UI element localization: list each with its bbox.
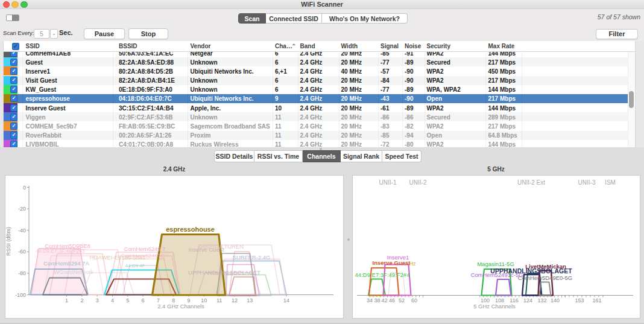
svg-text:38: 38 [374, 297, 380, 303]
svg-text:46: 46 [389, 297, 395, 303]
svg-text:UNII-1: UNII-1 [379, 179, 397, 186]
svg-text:UNII-3: UNII-3 [578, 179, 596, 186]
svg-text:-20: -20 [18, 206, 26, 212]
svg-text:0: 0 [23, 185, 26, 191]
svg-text:-100: -100 [15, 292, 26, 298]
svg-text:5: 5 [126, 297, 129, 303]
svg-text:-60: -60 [18, 249, 26, 255]
svg-text:JASEKULTUREN: JASEKULTUREN [199, 243, 244, 250]
svg-text:ISM: ISM [605, 179, 616, 186]
svg-text:Magasin11-5G: Magasin11-5G [477, 261, 514, 267]
svg-text:153: 153 [575, 297, 584, 303]
svg-text:UNII-2: UNII-2 [409, 179, 427, 186]
svg-text:124: 124 [523, 297, 532, 303]
svg-text:13: 13 [247, 297, 253, 303]
svg-text:161: 161 [592, 297, 601, 303]
svg-text:7: 7 [157, 297, 160, 303]
svg-text:3: 3 [96, 297, 99, 303]
svg-text:WGuestNetwork: WGuestNetwork [54, 269, 93, 275]
svg-text:100: 100 [481, 297, 490, 303]
svg-text:116: 116 [510, 297, 518, 303]
svg-text:52: 52 [399, 297, 405, 303]
svg-text:12: 12 [232, 297, 238, 303]
svg-text:6: 6 [142, 297, 145, 303]
svg-text:9: 9 [187, 297, 190, 303]
svg-text:44:D9 4F: 44:D9 4F [125, 263, 145, 268]
svg-text:132: 132 [537, 297, 546, 303]
svg-text:RSSI (dBm): RSSI (dBm) [5, 227, 11, 256]
svg-text:34: 34 [367, 297, 373, 303]
svg-text:14: 14 [283, 297, 289, 303]
svg-text:Hz: Hz [409, 261, 416, 267]
svg-text:SBOLAGET3A: SBOLAGET3A [215, 270, 253, 276]
svg-text:140: 140 [551, 297, 560, 303]
svg-text:10: 10 [201, 297, 207, 303]
svg-text:-40: -40 [18, 227, 26, 233]
svg-text:2.4 GHz Channels: 2.4 GHz Channels [157, 303, 204, 310]
svg-text:ComHem8294 7A: ComHem8294 7A [43, 260, 89, 267]
svg-text:42: 42 [381, 297, 387, 303]
svg-text:5 GHz Channels: 5 GHz Channels [473, 303, 516, 310]
svg-text:1: 1 [65, 297, 68, 303]
svg-text:2: 2 [80, 297, 83, 303]
svg-text:8: 8 [172, 297, 175, 303]
svg-text:SURFER-2.4G: SURFER-2.4G [233, 254, 271, 261]
svg-text:4: 4 [111, 297, 114, 303]
svg-text:44:D9:E7:3F:49:F2#3: 44:D9:E7:3F:49:F2#3 [36, 248, 85, 254]
svg-text:11: 11 [216, 297, 222, 303]
svg-text:ComHem5D49E0-5G: ComHem5D49E0-5G [518, 275, 572, 281]
svg-text:-80: -80 [18, 270, 26, 276]
svg-text:espressohouse: espressohouse [166, 226, 215, 233]
svg-text:UNII-2 Ext: UNII-2 Ext [517, 179, 545, 186]
svg-text:LivetMeMickan: LivetMeMickan [525, 263, 566, 270]
svg-text:ComHem6249 7: ComHem6249 7 [124, 246, 165, 252]
svg-text:60: 60 [411, 297, 417, 303]
svg-text:108: 108 [495, 297, 504, 303]
svg-text:44:D9:E7:3F:49:F2#4: 44:D9:E7:3F:49:F2#4 [355, 272, 410, 278]
svg-text:HUAWEI-E5186-3ba1: HUAWEI-E5186-3ba1 [90, 254, 146, 261]
svg-text:Inserve1: Inserve1 [387, 254, 409, 261]
